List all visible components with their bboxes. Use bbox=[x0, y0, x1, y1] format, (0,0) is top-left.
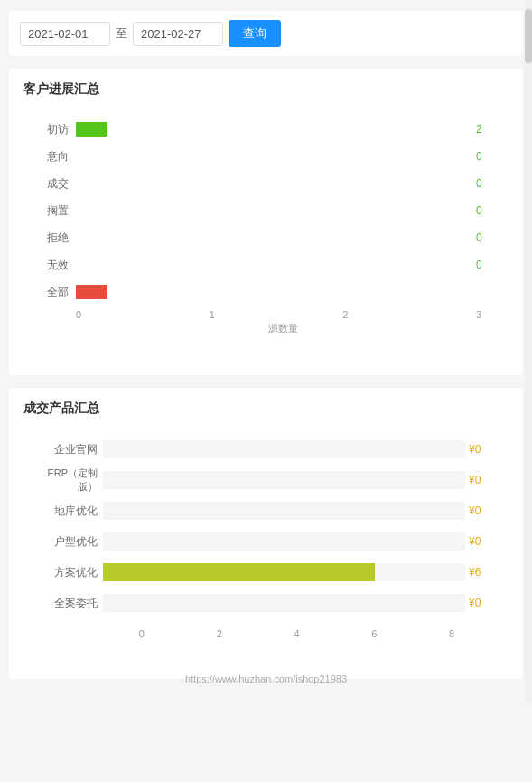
bar-label-3: 搁置 bbox=[33, 203, 69, 219]
bar-label-4: 拒绝 bbox=[33, 231, 69, 246]
bar-track-2 bbox=[76, 176, 472, 191]
filter-row: 至 查询 bbox=[9, 11, 523, 56]
bar2-label-3: 户型优化 bbox=[33, 534, 98, 550]
x2-tick-2: 4 bbox=[258, 628, 336, 639]
bar-label-5: 无效 bbox=[33, 258, 69, 273]
bar2-value-5: ¥0 bbox=[469, 597, 490, 609]
bar-track-3 bbox=[76, 203, 472, 218]
bar2-track-2 bbox=[103, 502, 465, 520]
bar-track-0 bbox=[76, 122, 472, 137]
bar-label-1: 意向 bbox=[33, 149, 69, 165]
bar-fill-0 bbox=[76, 122, 107, 137]
bar2-track-0 bbox=[103, 440, 465, 458]
x2-tick-0: 0 bbox=[103, 628, 181, 639]
bar2-track-5 bbox=[103, 594, 465, 612]
product-chart-card: 成交产品汇总 企业官网 ¥0 ERP（定制版） ¥0 地库优化 bbox=[9, 388, 523, 679]
bar-track-5 bbox=[76, 258, 472, 272]
chart2-x-axis: 0 2 4 6 8 bbox=[103, 628, 490, 639]
bar-row-1: 意向 0 bbox=[33, 146, 490, 166]
bar-row-0: 初访 2 bbox=[33, 119, 490, 139]
x-tick-2: 2 bbox=[342, 309, 348, 320]
date-separator: 至 bbox=[116, 25, 127, 42]
chart1-x-axis: 0 1 2 3 bbox=[76, 309, 490, 320]
x-tick-0: 0 bbox=[76, 309, 81, 320]
bar-value-3: 0 bbox=[476, 204, 490, 217]
bar2-row-0: 企业官网 ¥0 bbox=[33, 438, 490, 460]
x2-tick-4: 8 bbox=[413, 628, 490, 639]
bar-value-4: 0 bbox=[476, 231, 490, 244]
bar2-value-2: ¥0 bbox=[469, 504, 490, 517]
bar2-value-0: ¥0 bbox=[469, 443, 490, 456]
bar-value-2: 0 bbox=[476, 177, 490, 190]
bar-track-1 bbox=[76, 149, 472, 164]
bar2-label-1: ERP（定制版） bbox=[33, 466, 98, 494]
bar-row-4: 拒绝 0 bbox=[33, 228, 490, 248]
scrollbar-thumb[interactable] bbox=[525, 9, 532, 63]
customer-chart-title: 客户进展汇总 bbox=[23, 81, 509, 98]
customer-chart-body: 初访 2 意向 0 成交 0 搁置 bbox=[23, 110, 509, 363]
x-tick-3: 3 bbox=[476, 309, 481, 320]
bar2-row-5: 全案委托 ¥0 bbox=[33, 592, 490, 614]
bar2-track-3 bbox=[103, 532, 465, 551]
bar2-fill-4 bbox=[103, 563, 375, 581]
bar2-value-4: ¥6 bbox=[469, 566, 490, 579]
bar-row-2: 成交 0 bbox=[33, 174, 490, 193]
x2-tick-3: 6 bbox=[335, 628, 413, 639]
bar2-label-0: 企业官网 bbox=[33, 442, 98, 457]
date-to-input[interactable] bbox=[133, 22, 223, 46]
bar2-row-1: ERP（定制版） ¥0 bbox=[33, 469, 490, 491]
product-chart-body: 企业官网 ¥0 ERP（定制版） ¥0 地库优化 ¥0 bbox=[23, 429, 509, 666]
bar2-row-2: 地库优化 ¥0 bbox=[33, 500, 490, 522]
bar2-track-4 bbox=[103, 563, 465, 581]
bar-track-6 bbox=[76, 285, 472, 299]
customer-chart-card: 客户进展汇总 初访 2 意向 0 成交 bbox=[9, 69, 523, 375]
x2-tick-1: 2 bbox=[181, 628, 258, 639]
chart1-axis-label: 源数量 bbox=[76, 322, 490, 335]
bar-value-1: 0 bbox=[476, 150, 490, 163]
bar2-row-4: 方案优化 ¥6 bbox=[33, 561, 490, 583]
bar2-label-5: 全案委托 bbox=[33, 596, 98, 611]
query-button[interactable]: 查询 bbox=[229, 20, 281, 47]
bar-label-2: 成交 bbox=[33, 176, 69, 192]
date-from-input[interactable] bbox=[20, 22, 110, 46]
bar-track-4 bbox=[76, 231, 472, 245]
bar2-track-1 bbox=[103, 471, 465, 489]
bar2-value-1: ¥0 bbox=[469, 474, 490, 486]
bar-fill-6 bbox=[76, 285, 107, 299]
bar-label-6: 全部 bbox=[33, 285, 69, 300]
product-chart-title: 成交产品汇总 bbox=[23, 400, 509, 417]
bar2-label-4: 方案优化 bbox=[33, 565, 98, 580]
x-tick-1: 1 bbox=[210, 309, 215, 320]
bar2-value-3: ¥0 bbox=[469, 535, 490, 548]
scrollbar[interactable] bbox=[525, 0, 532, 702]
bar-label-0: 初访 bbox=[33, 122, 69, 137]
bar-row-3: 搁置 0 bbox=[33, 201, 490, 221]
bar-row-6: 全部 bbox=[33, 282, 490, 302]
bar-row-5: 无效 0 bbox=[33, 255, 490, 275]
bar-value-0: 2 bbox=[476, 123, 490, 136]
bar2-label-2: 地库优化 bbox=[33, 504, 98, 519]
bar2-row-3: 户型优化 ¥0 bbox=[33, 531, 490, 552]
bar-value-5: 0 bbox=[476, 259, 490, 271]
